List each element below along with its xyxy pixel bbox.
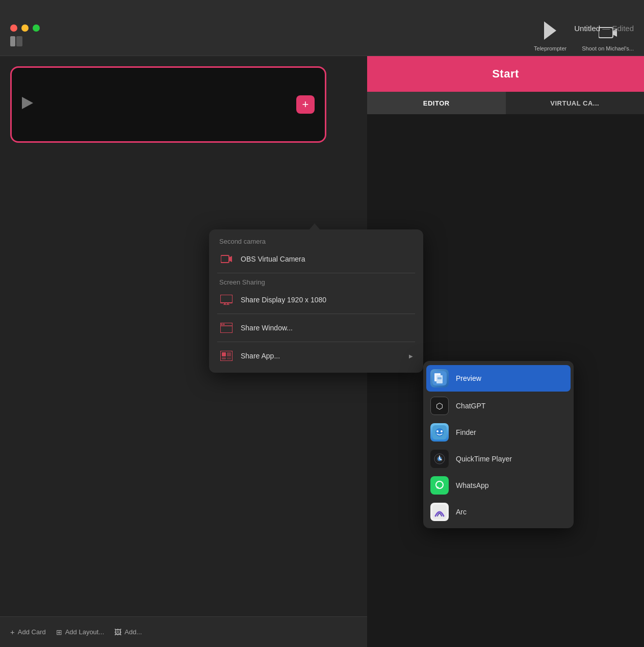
preview-card: + [10, 66, 326, 143]
tab-editor[interactable]: EDITOR [367, 92, 506, 114]
svg-rect-0 [10, 36, 15, 46]
app-quicktime-item[interactable]: QuickTime Player [423, 446, 574, 472]
preview-label: Preview [456, 374, 481, 382]
display-icon [219, 293, 234, 307]
svg-rect-19 [227, 357, 231, 359]
add-card-label: Add Card [18, 628, 46, 636]
share-window-item[interactable]: Share Window... [209, 316, 423, 340]
arc-label: Arc [456, 508, 467, 516]
add-layout-button[interactable]: ⊞ Add Layout... [56, 628, 105, 636]
add-source-button[interactable]: + [296, 95, 315, 114]
share-display-label: Share Display 1920 x 1080 [241, 296, 326, 304]
app-whatsapp-item[interactable]: WhatsApp [423, 472, 574, 499]
finder-label: Finder [456, 428, 476, 436]
share-app-label: Share App... [241, 352, 280, 360]
plus-icon: + [10, 628, 15, 636]
app-icon [219, 349, 234, 363]
svg-rect-17 [227, 352, 231, 356]
svg-rect-36 [432, 478, 447, 493]
obs-label: OBS Virtual Camera [241, 255, 305, 263]
maximize-button[interactable] [33, 24, 40, 32]
sidebar-toggle[interactable] [10, 36, 22, 49]
svg-marker-4 [22, 97, 33, 109]
add-icon: 🖼 [114, 628, 121, 636]
add-card-button[interactable]: + Add Card [10, 628, 46, 636]
whatsapp-label: WhatsApp [456, 481, 489, 489]
svg-rect-1 [16, 36, 22, 46]
titlebar: Teleprompter Shoot on Michael's... Untit… [0, 0, 644, 56]
start-button[interactable]: Start [367, 56, 644, 92]
second-camera-section-label: Second camera [209, 235, 423, 247]
screen-sharing-section-label: Screen Sharing [209, 275, 423, 288]
camera-dropdown-menu: Second camera OBS Virtual Camera Screen … [209, 229, 423, 373]
svg-rect-5 [221, 255, 229, 263]
close-button[interactable] [10, 24, 17, 32]
layout-icon: ⊞ [56, 628, 62, 636]
share-window-label: Share Window... [241, 324, 293, 332]
app-submenu: Preview ⬡ ChatGPT [423, 361, 574, 528]
tabs-bar: EDITOR VIRTUAL CA... [367, 92, 644, 114]
app-preview-item[interactable]: Preview [426, 365, 571, 392]
svg-rect-23 [437, 377, 442, 379]
play-icon [22, 97, 33, 112]
add-other-button[interactable]: 🖼 Add... [114, 628, 142, 636]
svg-point-13 [221, 324, 223, 325]
tab-virtual-camera[interactable]: VIRTUAL CA... [506, 92, 645, 114]
share-app-item[interactable]: Share App... [209, 344, 423, 368]
svg-rect-18 [222, 357, 226, 359]
app-finder-item[interactable]: Finder [423, 419, 574, 446]
finder-app-icon [430, 423, 449, 442]
app-chatgpt-item[interactable]: ⬡ ChatGPT [423, 393, 574, 419]
add-layout-label: Add Layout... [65, 628, 105, 636]
traffic-lights [10, 24, 40, 32]
add-other-label: Add... [124, 628, 142, 636]
arc-app-icon [430, 503, 449, 521]
obs-icon [219, 252, 234, 266]
svg-rect-7 [220, 295, 233, 303]
svg-point-28 [436, 430, 439, 432]
dropdown-caret [308, 223, 321, 230]
teleprompter-toolbar-item[interactable]: Teleprompter [534, 21, 566, 51]
quicktime-app-icon [430, 450, 449, 468]
main-content: + + Add Card ⊞ Add Layout... 🖼 Add... St… [0, 56, 644, 647]
teleprompter-label: Teleprompter [534, 45, 566, 51]
svg-text:⬡: ⬡ [436, 402, 443, 410]
divider-3 [217, 342, 415, 342]
window-title: Untitled — Edited [574, 23, 634, 32]
svg-rect-16 [222, 352, 226, 356]
app-arc-item[interactable]: Arc [423, 499, 574, 525]
svg-point-14 [223, 324, 225, 325]
divider-2 [217, 314, 415, 314]
shoot-label: Shoot on Michael's... [582, 45, 634, 51]
chatgpt-app-icon: ⬡ [430, 397, 449, 415]
whatsapp-app-icon [430, 476, 449, 495]
window-icon [219, 321, 234, 335]
preview-app-icon [430, 369, 449, 387]
divider-1 [217, 273, 415, 273]
share-display-item[interactable]: Share Display 1920 x 1080 [209, 288, 423, 312]
chatgpt-label: ChatGPT [456, 402, 485, 410]
minimize-button[interactable] [21, 24, 29, 32]
bottom-bar: + Add Card ⊞ Add Layout... 🖼 Add... [0, 616, 367, 647]
quicktime-label: QuickTime Player [456, 455, 512, 463]
svg-point-29 [441, 430, 443, 432]
obs-virtual-camera-item[interactable]: OBS Virtual Camera [209, 247, 423, 271]
teleprompter-icon [542, 21, 558, 43]
